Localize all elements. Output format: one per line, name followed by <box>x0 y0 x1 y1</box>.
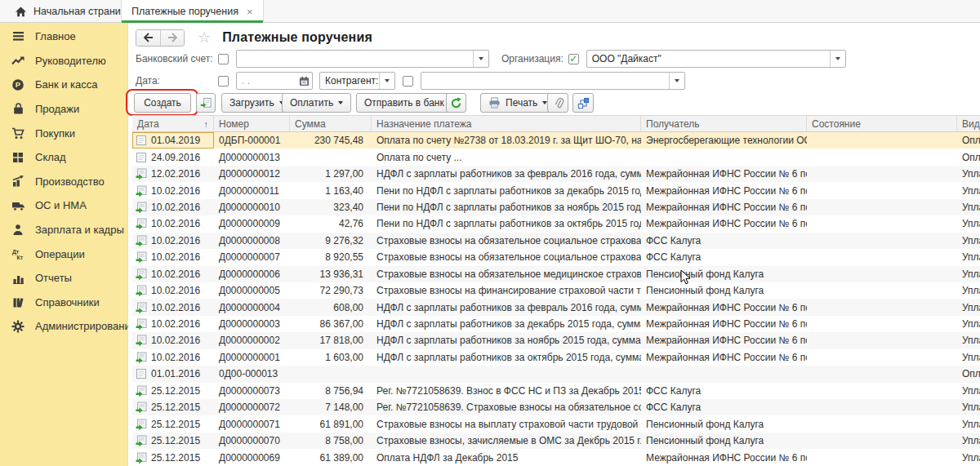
cell-number: Д0000000070 <box>214 433 290 449</box>
column-header-kind[interactable]: Вид о <box>957 116 980 131</box>
sidebar-item[interactable]: Зарплата и кадры <box>0 218 127 242</box>
cell-state <box>807 433 957 449</box>
column-header-sum[interactable]: Сумма <box>290 116 372 131</box>
table-row[interactable]: 25.12.2015 Д0000000069 61 389,00 Оплата … <box>132 449 980 465</box>
grid-icon <box>11 151 25 164</box>
forward-button[interactable] <box>160 30 184 46</box>
table-row[interactable]: 10.02.2016 Д0000000009 42,76 Пени по НДФ… <box>132 215 980 232</box>
counterparty-combobox[interactable] <box>421 72 685 90</box>
cell-kind: Упла <box>957 199 980 215</box>
cell-number: Д0000000004 <box>214 299 290 315</box>
table-row[interactable]: 10.02.2016 Д0000000010 323,40 Пени по НД… <box>132 199 980 215</box>
sidebar-item[interactable]: Справочники <box>0 291 127 315</box>
cell-purpose: НДФЛ с зарплаты работников за октябрь 20… <box>372 349 641 366</box>
bank-account-checkbox[interactable] <box>218 54 229 64</box>
table-row[interactable]: 10.02.2016 Д0000000008 9 276,32 Страховы… <box>132 233 980 249</box>
column-header-state[interactable]: Состояние <box>807 116 957 131</box>
sidebar-item[interactable]: Р Банк и касса <box>0 73 127 97</box>
cell-purpose: Пени по НДФЛ с зарплаты работников за де… <box>372 182 641 198</box>
chevron-down-icon[interactable] <box>830 51 845 67</box>
linked-documents-button[interactable] <box>572 93 594 113</box>
column-header-payee[interactable]: Получатель <box>641 116 807 131</box>
table-body: 01.04.2019 0ДБП-000001 230 745,48 Оплата… <box>132 132 980 466</box>
organization-combobox[interactable]: ООО "Дайкаст" <box>586 50 846 68</box>
table-row[interactable]: 25.12.2015 Д0000000072 7 148,00 Рег. №77… <box>132 399 980 415</box>
table-row[interactable]: 10.02.2016 Д0000000004 608,00 НДФЛ с зар… <box>132 299 980 315</box>
print-button[interactable]: Печать <box>480 93 555 113</box>
back-button[interactable] <box>136 30 160 46</box>
sidebar-item[interactable]: Производство <box>0 170 127 194</box>
calendar-icon[interactable] <box>296 76 312 87</box>
sidebar-item[interactable]: Администрирование <box>0 314 127 339</box>
cell-state <box>807 332 957 348</box>
favorite-star-icon[interactable]: ☆ <box>198 30 211 45</box>
cell-date: 10.02.2016 <box>151 335 200 346</box>
cell-payee: Межрайонная ИФНС России № 6 по К... <box>641 332 807 348</box>
table-row[interactable]: 10.02.2016 Д0000000002 17 818,00 НДФЛ с … <box>132 332 980 348</box>
table-row[interactable]: 10.02.2016 Д0000000007 8 920,55 Страховы… <box>132 249 980 265</box>
tab-close-icon[interactable]: × <box>247 6 253 18</box>
cell-payee: Пенсионный фонд Калуга <box>641 282 807 299</box>
cell-state <box>807 316 957 332</box>
tab-payment-orders[interactable]: Платежные поручения × <box>121 0 264 23</box>
attachment-button[interactable] <box>547 93 568 113</box>
date-input[interactable]: . . <box>236 72 313 90</box>
paperclip-icon <box>552 97 564 109</box>
cell-payee: Пенсионный фонд Калуга <box>641 266 807 282</box>
cell-number: Д0000000072 <box>214 399 290 415</box>
sidebar-item[interactable]: Склад <box>0 145 127 170</box>
table-row[interactable]: 10.02.2016 Д0000000003 86 367,00 НДФЛ с … <box>132 316 980 332</box>
cell-kind: Упла <box>957 233 980 249</box>
cell-sum: 1 163,40 <box>290 182 372 198</box>
column-header-purpose[interactable]: Назначение платежа <box>372 116 641 131</box>
date-checkbox[interactable] <box>218 76 229 87</box>
trend-icon <box>11 54 25 67</box>
counterparty-field-selector[interactable]: Контрагент: <box>319 72 395 90</box>
table-row[interactable]: 01.01.2016 0Д00-000013 Опла <box>132 366 980 382</box>
cell-number: Д0000000009 <box>214 215 290 232</box>
create-copy-button[interactable] <box>196 93 216 113</box>
table-row[interactable]: 01.04.2019 0ДБП-000001 230 745,48 Оплата… <box>132 132 980 149</box>
create-button[interactable]: Создать <box>134 93 191 113</box>
sidebar-item[interactable]: Главное <box>0 24 127 49</box>
sidebar-item[interactable]: Продажи <box>0 97 127 122</box>
doc-posted-icon <box>136 251 147 263</box>
cell-sum: 230 745,48 <box>290 132 372 149</box>
table-row[interactable]: 25.12.2015 Д0000000073 8 756,94 Рег. №77… <box>132 383 980 399</box>
table-row[interactable]: 25.12.2015 Д0000000071 61 891,00 Страхов… <box>132 415 980 432</box>
table-row[interactable]: 10.02.2016 Д0000000011 1 163,40 Пени по … <box>132 182 980 198</box>
cell-date: 25.12.2015 <box>151 452 200 464</box>
chevron-down-icon[interactable] <box>669 73 684 89</box>
table-row[interactable]: 10.02.2016 Д0000000006 13 936,31 Страхов… <box>132 266 980 282</box>
cell-kind: Упла <box>957 332 980 348</box>
refresh-button[interactable] <box>446 93 466 113</box>
table-row[interactable]: 10.02.2016 Д0000000001 1 603,00 НДФЛ с з… <box>132 349 980 366</box>
cell-kind: Упла <box>957 449 980 465</box>
bank-account-combobox[interactable] <box>236 50 489 68</box>
sidebar-item[interactable]: ДтКт Операции <box>0 242 127 266</box>
cell-date: 10.02.2016 <box>151 185 200 197</box>
sidebar-item[interactable]: Отчеты <box>0 266 127 291</box>
cell-purpose: Рег. №7721058639. Взнос в ФСС НС и ПЗ за… <box>372 383 641 399</box>
organization-checkbox[interactable]: ✓ <box>568 54 579 64</box>
sidebar-item[interactable]: ОС и НМА <box>0 193 127 218</box>
cell-number: Д0000000073 <box>214 383 290 399</box>
pay-button[interactable]: Оплатить <box>282 93 351 113</box>
chevron-down-icon[interactable] <box>379 73 394 89</box>
cell-number: Д0000000008 <box>214 233 290 249</box>
sidebar-item[interactable]: Руководителю <box>0 49 127 73</box>
column-header-number[interactable]: Номер <box>214 116 290 131</box>
sidebar-item-label: Банк и касса <box>35 78 98 91</box>
table-row[interactable]: 10.02.2016 Д0000000005 72 290,73 Страхов… <box>132 282 980 299</box>
table-row[interactable]: 12.02.2016 Д0000000012 1 297,00 НДФЛ с з… <box>132 166 980 182</box>
chevron-down-icon[interactable] <box>473 51 488 67</box>
send-to-bank-button[interactable]: Отправить в банк <box>356 93 452 113</box>
doc-posted-icon <box>136 202 147 213</box>
cell-state <box>807 266 957 282</box>
column-header-date[interactable]: Дата↑ <box>132 116 214 131</box>
counterparty-checkbox[interactable] <box>403 76 413 87</box>
table-row[interactable]: 24.09.2016 Д0000000013 Оплата по счету .… <box>132 149 980 165</box>
sidebar-item-label: Продажи <box>35 103 79 115</box>
sidebar-item[interactable]: Покупки <box>0 121 127 145</box>
table-row[interactable]: 25.12.2015 Д0000000070 8 758,00 Страховы… <box>132 433 980 449</box>
